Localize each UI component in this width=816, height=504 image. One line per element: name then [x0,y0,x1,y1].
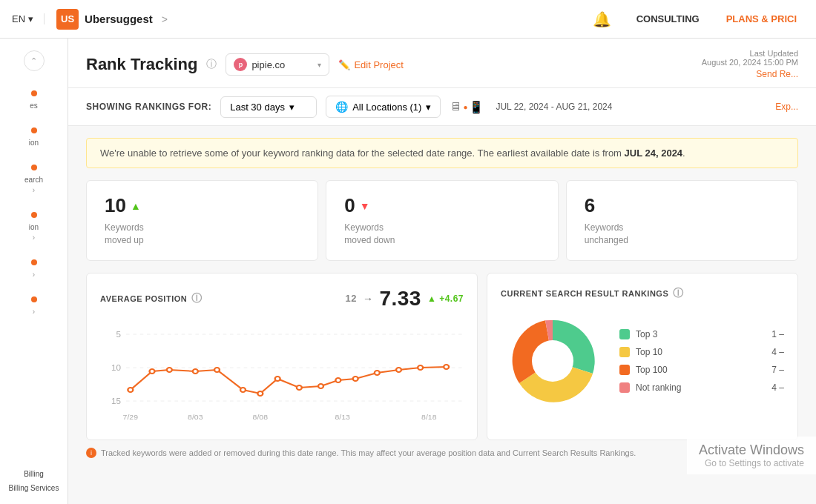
pie-content: Top 3 1 – Top 10 4 – Top 100 7 – [501,309,784,413]
svg-point-10 [214,368,220,372]
stat-label-unchanged: Keywords unchanged [585,222,780,247]
stat-label-moved-up: Keywords moved up [105,222,300,247]
edit-project-button[interactable]: ✏️ Edit Project [338,59,403,70]
svg-point-8 [167,368,172,372]
stat-number-moved-down: 0 ▼ [344,194,539,217]
brand-logo[interactable]: US Ubersuggest > [56,9,168,30]
svg-point-14 [297,385,302,390]
legend-item-not-ranking: Not ranking 4 – [619,382,784,393]
sidebar-label-ion2: ion [29,223,39,231]
legend-label-top3: Top 3 [636,329,657,339]
stats-row: 10 ▲ Keywords moved up 0 ▼ Keywords move… [86,180,798,261]
project-name: pipie.co [251,59,313,70]
svg-text:8/03: 8/03 [188,413,203,420]
stat-card-moved-down: 0 ▼ Keywords moved down [326,180,558,261]
legend-count-top10: 4 – [771,347,784,357]
svg-text:15: 15 [111,397,121,405]
lang-selector[interactable]: EN ▾ [12,13,45,24]
legend-count-top100: 7 – [771,365,784,375]
sidebar-collapse-button[interactable]: ⌃ [24,50,45,71]
sidebar-arrow-search: › [33,186,35,194]
sidebar-arrow-ion2: › [33,233,35,242]
sidebar-item-es[interactable]: es [0,80,68,117]
stat-card-unchanged: 6 Keywords unchanged [566,180,798,261]
legend-item-top10: Top 10 4 – [619,347,784,357]
date-range-selector[interactable]: Last 30 days ▾ [220,96,317,118]
layout: ⌃ es ion earch › ion › › › Billing [0,39,816,504]
svg-point-19 [396,368,401,372]
date-range-value: Last 30 days [230,102,285,113]
desktop-icon[interactable]: 🖥 [450,100,461,113]
consulting-link[interactable]: CONSULTING [629,13,707,24]
legend-item-top3: Top 3 1 – [619,329,784,339]
avg-position-card: AVERAGE POSITION ⓘ 12 → 7.33 ▲ +4.67 [86,273,478,440]
svg-point-9 [193,369,198,374]
top-nav: EN ▾ US Ubersuggest > 🔔 CONSULTING PLANS… [0,0,816,39]
stat-value-moved-up: 10 [105,194,126,217]
avg-change: ▲ +4.67 [427,294,464,304]
sidebar-dot-ion2 [31,212,37,218]
sidebar-dot-ion [31,127,37,133]
legend-dot-top3 [619,329,630,339]
sidebar-item-search[interactable]: earch › [0,154,68,202]
main-content: Rank Tracking ⓘ p pipie.co ▾ ✏️ Edit Pro… [68,39,816,504]
sidebar-item-more2[interactable]: › [0,286,68,323]
avg-position-subtitle: 12 → 7.33 ▲ +4.67 [345,287,464,311]
bell-icon[interactable]: 🔔 [593,10,611,28]
sidebar-billing[interactable]: Billing [0,464,68,484]
legend-label-top100: Top 100 [636,365,668,375]
mobile-icon[interactable]: 📱 [469,100,484,114]
search-rankings-info-icon[interactable]: ⓘ [673,287,684,300]
date-range-arrow: ▾ [289,102,295,113]
sidebar-billing-services[interactable]: Billing Services [0,484,68,498]
project-dot: p [234,58,247,71]
footer-info-icon: i [86,448,96,458]
pie-chart [501,309,605,413]
brand-icon: US [56,9,79,30]
search-rankings-title: CURRENT SEARCH RESULT RANKINGS ⓘ [501,287,784,300]
send-report-button[interactable]: Send Re... [756,69,798,79]
svg-point-20 [418,365,423,370]
arrow-up-icon: ▲ [131,200,141,212]
location-value: All Locations (1) [352,102,421,113]
lang-label: EN [12,13,25,24]
legend-label-not-ranking: Not ranking [636,382,681,393]
avg-position-info-icon[interactable]: ⓘ [191,292,203,305]
rank-tracking-info-icon[interactable]: ⓘ [206,58,217,71]
svg-point-17 [353,377,358,381]
stat-card-moved-up: 10 ▲ Keywords moved up [86,180,318,261]
stat-number-moved-up: 10 ▲ [105,194,300,217]
brand-name: Ubersuggest [85,13,153,25]
svg-text:10: 10 [111,363,121,371]
sidebar-item-ion[interactable]: ion [0,117,68,154]
legend-item-top100: Top 100 7 – [619,365,784,375]
svg-point-11 [240,388,246,392]
sidebar-item-ion2[interactable]: ion › [0,202,68,249]
device-icons: 🖥 ● 📱 [450,100,484,114]
arrow-down-icon: ▼ [360,200,370,212]
location-arrow: ▾ [426,102,431,113]
export-button[interactable]: Exp... [775,102,798,112]
avg-current: 7.33 [379,287,421,311]
svg-point-21 [444,365,449,369]
collapse-icon: ⌃ [30,56,37,66]
location-selector[interactable]: 🌐 All Locations (1) ▾ [326,96,441,118]
globe-icon: 🌐 [335,101,348,113]
sidebar-item-more1[interactable]: › [0,249,68,286]
footer-note: i Tracked keywords were added or removed… [86,448,798,458]
stat-label-moved-down: Keywords moved down [344,222,539,247]
project-selector[interactable]: p pipie.co ▾ [226,53,329,76]
avg-position-chart: 5 10 15 [100,319,464,423]
footer-note-text: Tracked keywords were added or removed d… [101,448,636,457]
showing-rankings-label: SHOWING RANKINGS FOR: [86,102,211,112]
stat-number-unchanged: 6 [585,194,780,217]
search-rankings-card: CURRENT SEARCH RESULT RANKINGS ⓘ [487,273,798,440]
lang-chevron: ▾ [28,13,33,24]
legend-dot-top100 [619,365,630,375]
filters-bar: SHOWING RANKINGS FOR: Last 30 days ▾ 🌐 A… [68,88,816,126]
plans-link[interactable]: PLANS & PRICI [719,13,804,24]
pie-legend: Top 3 1 – Top 10 4 – Top 100 7 – [619,329,784,393]
sidebar-bottom: Billing Billing Services [0,464,68,498]
stat-value-unchanged: 6 [585,194,595,217]
page-header: Rank Tracking ⓘ p pipie.co ▾ ✏️ Edit Pro… [68,39,816,88]
